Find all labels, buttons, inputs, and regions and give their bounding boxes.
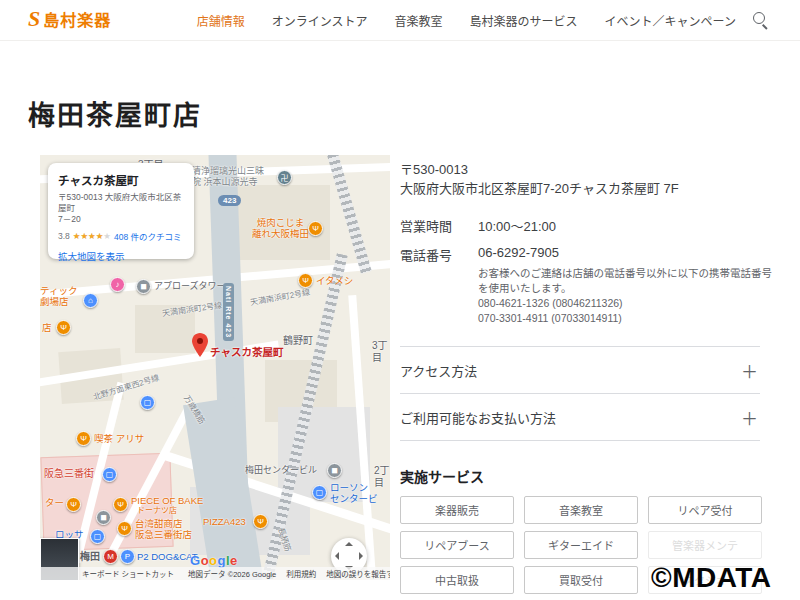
accordion-access-label: アクセス方法 <box>400 361 477 380</box>
services-heading: 実施サービス <box>400 466 484 486</box>
map-pin[interactable] <box>192 333 208 361</box>
main-nav: 店舗情報 オンラインストア 音楽教室 島村楽器のサービス イベント／キャンペーン <box>197 0 736 40</box>
google-letter: o <box>201 553 209 568</box>
service-repair-booth[interactable]: リペアブース <box>400 531 514 559</box>
restaurant-icon: Ψ <box>298 273 313 288</box>
nav-events[interactable]: イベント／キャンペーン <box>605 12 736 29</box>
map-railway <box>325 155 371 274</box>
map-label-tenma-2: 天満南浜町2号線 <box>250 288 311 308</box>
store-postal-code: 〒530-0013 <box>400 160 679 179</box>
watermark: ©MDATA <box>651 562 772 594</box>
brand-logo[interactable]: S 島村楽器 <box>28 7 111 31</box>
lodging-icon: ⌂ <box>83 293 98 308</box>
map-card-address: 〒530-0013 大阪府大阪市北区茶屋町 7－20 <box>58 192 184 225</box>
info-accordion: アクセス方法 ＋ ご利用可能なお支払い方法 ＋ <box>400 346 760 441</box>
map-label-p2: P2 DOG&CAT <box>137 551 198 562</box>
map-card-title: チャスカ茶屋町 <box>58 172 184 188</box>
building-icon: ◼ <box>327 463 342 478</box>
nav-services[interactable]: 島村楽器のサービス <box>470 12 578 29</box>
route-badge: Natl Rte 423 <box>223 283 234 341</box>
map-data-credit: 地図データ ©2026 Google <box>188 568 276 579</box>
search-icon-circle <box>753 12 765 24</box>
search-icon-handle <box>762 24 767 29</box>
google-letter: G <box>190 553 201 568</box>
accordion-access[interactable]: アクセス方法 ＋ <box>400 346 760 393</box>
route-shield: 423 <box>218 195 241 206</box>
reviews-link[interactable]: 408 件のクチコミ <box>114 230 182 242</box>
map-label-itameshi: イタメシ <box>316 275 353 286</box>
map-label-taa: ター <box>45 497 64 508</box>
store-address: 大阪府大阪市北区茶屋町7-20チャスカ茶屋町 7F <box>400 179 679 198</box>
service-used-instruments[interactable]: 中古取扱 <box>400 566 514 594</box>
report-error-link[interactable]: 地図の誤りを報告する <box>326 568 390 579</box>
accordion-payment[interactable]: ご利用可能なお支払い方法 ＋ <box>400 393 760 440</box>
map-attribution-bar: キーボード ショートカット 地図データ ©2026 Google 利用規約 地図… <box>40 567 390 580</box>
shopping-icon: ▢ <box>90 529 105 544</box>
map-label-umeda-station: 梅田 <box>80 551 100 563</box>
theater-icon: ♪ <box>110 277 125 292</box>
hours-label: 営業時間 <box>400 216 452 235</box>
map-label-kissa: 喫茶 アリサ <box>94 433 144 444</box>
service-wind-maintenance: 管楽器メンテ <box>648 531 762 559</box>
map-label-pizza: PIZZA423 <box>203 516 246 527</box>
map-label-donut: ドーナツ店 <box>137 506 177 516</box>
terms-link[interactable]: 利用規約 <box>286 568 316 579</box>
restaurant-icon: Ψ <box>113 497 128 512</box>
map-label-district: 3丁目 <box>372 340 390 364</box>
pan-up-icon <box>345 542 353 546</box>
restaurant-icon: Ψ <box>117 521 132 536</box>
pan-right-icon <box>359 552 363 560</box>
phone-label: 電話番号 <box>400 245 452 264</box>
map-card-rating-row: 3.8 ★★★★★★★★★★ 408 件のクチコミ <box>58 230 184 242</box>
logo-text: 島村楽器 <box>43 7 111 31</box>
service-instrument-sales[interactable]: 楽器販売 <box>400 496 514 524</box>
accordion-payment-label: ご利用可能なお支払い方法 <box>400 408 556 427</box>
map-label-temple: 清浄瑠璃光山三昧 院 浜本山源光寺 <box>192 166 264 188</box>
shopping-icon: ▢ <box>140 395 155 410</box>
expand-map-link[interactable]: 拡大地図を表示 <box>58 249 184 263</box>
google-logo[interactable]: Google <box>190 553 238 568</box>
logo-icon: S <box>28 8 40 30</box>
restaurant-icon: Ψ <box>66 497 81 512</box>
pan-left-icon <box>335 552 339 560</box>
service-music-school[interactable]: 音楽教室 <box>524 496 638 524</box>
map-label-hankyu: 阪急三番街 <box>44 468 94 480</box>
mobile-number-2: 070-3301-4911 (07033014911) <box>478 311 772 326</box>
rating-value: 3.8 <box>58 231 70 241</box>
nav-music-school[interactable]: 音楽教室 <box>395 12 443 29</box>
map-label-yakiniku: 焼肉こじま 離れ大阪梅田 <box>252 217 309 240</box>
map-label-piece: PIECE OF BAKE <box>131 495 203 506</box>
map-label-tick: ティック 劇場店 <box>40 285 77 308</box>
service-guitar-aid[interactable]: ギターエイド <box>524 531 638 559</box>
google-map-embed[interactable]: 3丁目 清浄瑠璃光山三昧 院 浜本山源光寺 卍 423 焼肉こじま 離れ大阪梅田… <box>40 155 390 580</box>
convenience-store-icon: ▢ <box>312 485 327 500</box>
restaurant-icon: Ψ <box>308 221 323 236</box>
map-label-lawson: ローソン センタービ <box>330 482 378 505</box>
store-address-block: 〒530-0013 大阪府大阪市北区茶屋町7-20チャスカ茶屋町 7F <box>400 160 679 198</box>
service-buyback[interactable]: 買取受付 <box>524 566 638 594</box>
plus-icon: ＋ <box>741 405 758 430</box>
parking-icon: P <box>120 549 135 564</box>
google-letter: o <box>209 553 217 568</box>
hours-value: 10:00～21:00 <box>478 216 556 235</box>
plus-icon: ＋ <box>741 358 758 383</box>
mobile-number-1: 080-4621-1326 (08046211326) <box>478 296 772 311</box>
nav-online-store[interactable]: オンラインストア <box>272 12 368 29</box>
map-label-applause: アプローズタワー <box>154 281 226 292</box>
service-repair-reception[interactable]: リペア受付 <box>648 496 762 524</box>
temple-icon: 卍 <box>277 170 292 185</box>
map-label-taiwan: 台湾甜商店 阪急三番街店 <box>135 518 192 541</box>
search-icon[interactable] <box>753 12 768 27</box>
phone-note-block: お客様へのご連絡は店舗の電話番号以外に以下の携帯電話番号を使用いたします。 08… <box>478 266 772 326</box>
nav-store-info[interactable]: 店舗情報 <box>197 12 245 29</box>
restaurant-icon: Ψ <box>253 514 268 529</box>
map-info-card: チャスカ茶屋町 〒530-0013 大阪府大阪市北区茶屋町 7－20 3.8 ★… <box>48 163 194 259</box>
top-header: S 島村楽器 店舗情報 オンラインストア 音楽教室 島村楽器のサービス イベント… <box>0 0 800 41</box>
keyboard-shortcuts-link[interactable]: キーボード ショートカット <box>82 568 174 579</box>
map-label-tsuruno: 鶴野町 <box>283 335 313 347</box>
building-icon: ◼ <box>136 279 151 294</box>
page-title: 梅田茶屋町店 <box>28 94 202 133</box>
map-label-mise: 店 <box>42 322 52 333</box>
phone-value: 06-6292-7905 <box>478 245 559 260</box>
google-letter: e <box>230 553 238 568</box>
